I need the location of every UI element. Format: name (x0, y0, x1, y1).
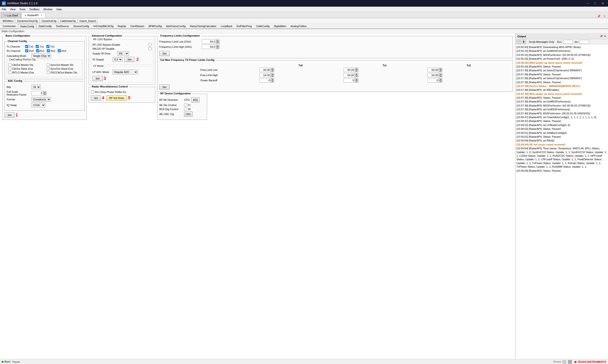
output-toolbar-btn2[interactable]: 🗑 (522, 40, 526, 44)
syncout-master-dis-checkbox[interactable] (47, 63, 50, 66)
pb-tx1-input[interactable] (344, 78, 355, 82)
fl-tx2-up[interactable]: ▲ (439, 68, 442, 70)
inc-input[interactable] (580, 40, 589, 44)
pause-button[interactable]: Pause (12, 360, 20, 363)
rf-init-button[interactable]: RF Init Done (106, 95, 127, 101)
cascading-mode-select[interactable]: Single Chip Master Slave (31, 53, 51, 58)
tx0-check-label[interactable]: Tx0 (25, 45, 33, 48)
pb-tx2-input[interactable] (427, 78, 439, 82)
io-set-button[interactable]: Set (124, 57, 135, 62)
pb-tx0-input[interactable] (259, 78, 271, 82)
freq-low-input[interactable] (202, 39, 216, 44)
freq-high-tx1-input[interactable] (344, 73, 355, 77)
nav-regop[interactable]: RegOp (116, 24, 128, 28)
menu-view[interactable]: View (8, 7, 18, 11)
oscclkout-master-dis-label[interactable]: OSCClkOut Master Dis (47, 71, 81, 74)
rx1-check-label[interactable]: Rx1 (36, 49, 45, 52)
tx0-checkbox[interactable] (25, 45, 28, 48)
reduction-down-btn[interactable]: ▼ (43, 93, 47, 95)
exc-input[interactable] (563, 40, 573, 44)
output-toolbar-btn1[interactable]: 📋 (517, 40, 521, 44)
lp-set-button[interactable]: Set (92, 76, 103, 81)
rx3-checkbox[interactable] (58, 49, 61, 52)
io-supply-select[interactable]: 1.83.3 (113, 57, 122, 62)
freq-high-up-btn[interactable]: ▲ (216, 45, 220, 47)
clkout-master-dis-checkbox[interactable] (8, 63, 12, 66)
output-unpin-icon[interactable]: 📌 (600, 35, 603, 38)
clkout-slave-ena-label[interactable]: ClkOut Slave Ena (8, 67, 43, 70)
tx2-checkbox[interactable] (46, 45, 50, 48)
fh-tx2-up[interactable]: ▲ (439, 73, 442, 75)
pb-tx1-down[interactable]: ▼ (355, 80, 358, 82)
rf-ldo-enable-checkbox[interactable] (148, 43, 152, 46)
fh-tx0-down[interactable]: ▼ (271, 75, 274, 77)
freq-low-down-btn[interactable]: ▼ (216, 42, 220, 44)
fl-tx0-down[interactable]: ▼ (271, 70, 274, 72)
menu-window[interactable]: Window (41, 7, 54, 11)
menu-help[interactable]: Help (54, 7, 64, 11)
per-chirp-checkbox[interactable] (91, 90, 94, 93)
basic-set-button[interactable]: Set (4, 112, 15, 118)
rf-ae-bss-button[interactable]: BSS (191, 97, 199, 103)
nav-loopback[interactable]: LoopBack (219, 24, 234, 28)
rx0-checkbox[interactable] (25, 49, 28, 52)
nav-testsource[interactable]: TestSource (54, 24, 71, 28)
maximize-button[interactable]: □ (592, 0, 598, 7)
freq-high-down-btn[interactable]: ▼ (216, 47, 220, 49)
freq-low-tx0-input[interactable] (259, 68, 271, 72)
freq-low-tx2-input[interactable] (427, 68, 439, 72)
nav-sensorconfig[interactable]: SensorConfig (71, 24, 91, 28)
nav-digitalmon[interactable]: DigitalMon (272, 24, 288, 28)
freq-high-tx0-input[interactable] (259, 73, 271, 77)
fl-tx0-up[interactable]: ▲ (271, 68, 274, 70)
cal-set-button[interactable]: Set (159, 84, 169, 90)
nav-staticconfig[interactable]: StaticConfig (18, 24, 36, 29)
fh-tx0-up[interactable]: ▲ (271, 73, 274, 75)
clkout-slave-ena-checkbox[interactable] (8, 67, 12, 70)
bss-dig-checkbox[interactable] (184, 107, 187, 111)
ae-crc-button[interactable]: CRC (184, 112, 193, 117)
toolbar-calibdatacfg[interactable]: CalibDataCfg (58, 19, 77, 23)
nav-bpmconfig[interactable]: BPMConfig (146, 24, 164, 28)
pb-tx1-up[interactable]: ▲ (355, 78, 358, 80)
menu-tools[interactable]: Tools (17, 7, 27, 11)
minimize-button[interactable]: ─ (584, 0, 591, 7)
nav-extfilterprog[interactable]: ExtFilterProg (234, 24, 254, 28)
toolbar-dynamicchirpcfg[interactable]: DynamicChirpCfg (15, 19, 39, 23)
nav-intchirpblk[interactable]: IntChirpBlkCtlCfg (91, 24, 116, 28)
output-close-icon[interactable]: ✕ (604, 35, 606, 38)
nav-ramptiming[interactable]: RampTimingCalculator (188, 24, 219, 28)
freq-set-button[interactable]: Set (159, 51, 169, 56)
fh-tx2-down[interactable]: ▼ (439, 75, 442, 77)
fh-tx1-up[interactable]: ▲ (355, 73, 358, 75)
supply-ir-select[interactable]: 0%5%10% (117, 51, 129, 56)
tx2-check-label[interactable]: Tx2 (46, 45, 54, 48)
freq-low-tx1-input[interactable] (344, 68, 355, 72)
pb-tx2-down[interactable]: ▼ (439, 80, 442, 82)
toolbar-mssmon[interactable]: MSSMon (1, 19, 15, 23)
fl-tx2-down[interactable]: ▼ (439, 70, 442, 72)
nav-advframeconfig[interactable]: AdvFrameConfig (164, 24, 188, 28)
close-button[interactable]: ✕ (599, 0, 606, 7)
nav-calibconfig[interactable]: CalibConfig (254, 24, 272, 28)
paldo-checkbox[interactable] (148, 47, 152, 50)
freq-low-up-btn[interactable]: ▲ (216, 39, 220, 42)
rx0-check-label[interactable]: Rx0 (25, 49, 34, 52)
tab-lua-shell[interactable]: ◈ Lua Shell (1, 13, 21, 18)
reduction-up-btn[interactable]: ▲ (43, 91, 47, 93)
syncout-master-dis-label[interactable]: SyncOut Master Dis (47, 63, 81, 66)
freq-high-input[interactable] (202, 45, 216, 49)
lp-adc-select[interactable]: Regular ADCLow Power ADC (113, 70, 138, 74)
rx2-checkbox[interactable] (47, 49, 50, 52)
tab-float-close-icon[interactable]: ✕ (602, 15, 607, 18)
iq-swap-select[interactable]: I FirstQ First (31, 103, 45, 107)
fh-tx1-down[interactable]: ▼ (355, 75, 358, 77)
fl-tx1-down[interactable]: ▼ (355, 70, 358, 72)
tx1-checkbox[interactable] (36, 45, 39, 48)
pb-tx2-up[interactable]: ▲ (439, 78, 442, 80)
nav-analogtxmon[interactable]: AnalogTxMon (288, 24, 309, 28)
nav-dataconfig[interactable]: DataConfig (36, 24, 54, 28)
menu-file[interactable]: File (0, 7, 8, 11)
intlo-master-ena-label[interactable]: INTLO Master Ena (8, 71, 43, 74)
reduction-input[interactable] (31, 91, 43, 95)
